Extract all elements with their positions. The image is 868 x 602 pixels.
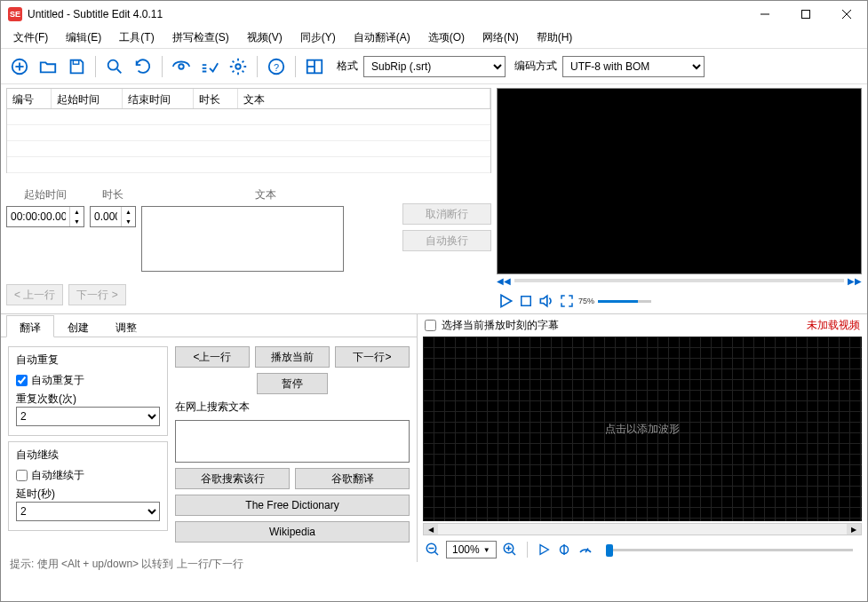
autocontinue-label: 自动继续于 [31, 468, 84, 483]
waveform-area[interactable]: 点击以添加波形 [423, 337, 862, 521]
start-time-input[interactable]: ▲▼ [6, 206, 84, 227]
tab-adjust[interactable]: 调整 [102, 315, 150, 337]
spin-up-icon[interactable]: ▲ [70, 207, 84, 217]
menu-edit[interactable]: 编辑(E) [57, 28, 110, 48]
spellcheck-button[interactable] [196, 53, 223, 80]
col-start[interactable]: 起始时间 [52, 89, 123, 108]
select-pos-label: 选择当前播放时刻的字幕 [442, 318, 559, 333]
zoom-select[interactable]: 100%▼ [446, 541, 497, 558]
free-dictionary-button[interactable]: The Free Dictionary [175, 495, 410, 516]
wave-speed-icon[interactable] [577, 542, 593, 558]
pause-button[interactable]: 暂停 [257, 373, 328, 394]
slider-thumb[interactable] [606, 544, 613, 557]
volume-slider[interactable] [598, 300, 651, 303]
waveform-placeholder-text: 点击以添加波形 [605, 422, 680, 437]
close-button[interactable] [826, 1, 867, 28]
search-label: 在网上搜索文本 [175, 400, 410, 415]
menu-tools[interactable]: 工具(T) [110, 28, 163, 48]
format-select[interactable]: SubRip (.srt) [363, 56, 506, 77]
menu-spellcheck[interactable]: 拼写检查(S) [163, 28, 238, 48]
table-row[interactable] [7, 157, 490, 173]
subtitle-table-body[interactable] [6, 109, 491, 173]
video-seek-bar[interactable]: ◀◀ ▶▶ [497, 274, 862, 287]
delay-select[interactable]: 2 [16, 502, 160, 521]
open-button[interactable] [35, 53, 61, 80]
menu-video[interactable]: 视频(V) [238, 28, 291, 48]
visual-sync-button[interactable] [168, 53, 195, 80]
col-number[interactable]: 编号 [7, 89, 52, 108]
google-search-button[interactable]: 谷歌搜索该行 [175, 468, 290, 489]
video-not-loaded-label: 未加载视频 [807, 318, 860, 333]
table-row[interactable] [7, 125, 490, 141]
table-row[interactable] [7, 109, 490, 125]
seek-fwd-icon[interactable]: ▶▶ [848, 276, 862, 286]
spin-down-icon[interactable]: ▼ [70, 217, 84, 226]
zoom-in-icon[interactable] [502, 542, 518, 558]
find-button[interactable] [101, 53, 128, 80]
encoding-label: 编码方式 [514, 59, 557, 74]
next-line-button-2[interactable]: 下一行> [335, 346, 410, 368]
start-time-field[interactable] [7, 207, 69, 226]
svg-rect-7 [73, 59, 78, 64]
tab-translate[interactable]: 翻译 [6, 315, 54, 337]
scroll-left-icon[interactable]: ◀ [424, 524, 438, 535]
menu-help[interactable]: 帮助(H) [528, 28, 582, 48]
spin-up-icon[interactable]: ▲ [122, 207, 135, 217]
settings-button[interactable] [225, 53, 251, 80]
prev-line-button[interactable]: < 上一行 [6, 284, 63, 305]
layout-button[interactable] [301, 53, 328, 80]
spin-down-icon[interactable]: ▼ [122, 217, 135, 226]
wave-play-icon[interactable] [537, 543, 551, 557]
window-title: Untitled - Subtitle Edit 4.0.11 [28, 8, 745, 20]
play-icon[interactable] [497, 292, 514, 310]
col-duration[interactable]: 时长 [194, 89, 238, 108]
wave-position-icon[interactable] [556, 542, 572, 558]
volume-icon[interactable] [538, 292, 555, 310]
prev-line-button-2[interactable]: <上一行 [175, 346, 250, 368]
google-translate-button[interactable]: 谷歌翻译 [295, 468, 410, 489]
autocontinue-checkbox[interactable] [16, 470, 28, 481]
seek-track[interactable] [514, 279, 844, 282]
select-pos-checkbox[interactable] [425, 320, 436, 331]
fullscreen-icon[interactable] [559, 293, 575, 309]
scroll-right-icon[interactable]: ▶ [847, 524, 861, 535]
help-button[interactable]: ? [263, 53, 290, 80]
svg-rect-1 [802, 11, 810, 19]
start-time-label: 起始时间 [6, 187, 84, 202]
save-button[interactable] [63, 53, 90, 80]
seek-back-icon[interactable]: ◀◀ [497, 276, 511, 286]
video-preview[interactable] [497, 88, 862, 274]
play-current-button[interactable]: 播放当前 [255, 346, 330, 368]
next-line-button[interactable]: 下一行 > [68, 284, 125, 305]
zoom-out-icon[interactable] [425, 542, 441, 558]
stop-icon[interactable] [518, 293, 534, 309]
duration-input[interactable]: ▲▼ [90, 206, 136, 227]
wikipedia-button[interactable]: Wikipedia [175, 521, 410, 543]
autobreak-button[interactable]: 自动换行 [402, 230, 491, 251]
menu-sync[interactable]: 同步(Y) [291, 28, 345, 48]
search-text-input[interactable] [175, 420, 410, 463]
wave-slider[interactable] [606, 549, 853, 551]
waveform-scrollbar[interactable]: ◀ ▶ [423, 523, 862, 535]
col-end[interactable]: 结束时间 [123, 89, 194, 108]
replace-button[interactable] [130, 53, 156, 80]
menu-network[interactable]: 网络(N) [474, 28, 528, 48]
unbreak-button[interactable]: 取消断行 [402, 203, 491, 225]
new-button[interactable] [6, 53, 33, 80]
duration-field[interactable] [91, 207, 121, 226]
tab-create[interactable]: 创建 [54, 315, 102, 337]
menubar: 文件(F) 编辑(E) 工具(T) 拼写检查(S) 视频(V) 同步(Y) 自动… [1, 28, 867, 49]
menu-file[interactable]: 文件(F) [4, 28, 57, 48]
encoding-select[interactable]: UTF-8 with BOM [562, 56, 705, 77]
col-text[interactable]: 文本 [238, 89, 490, 108]
duration-label: 时长 [90, 187, 136, 202]
menu-options[interactable]: 选项(O) [419, 28, 474, 48]
subtitle-text-input[interactable] [141, 206, 344, 272]
svg-line-9 [117, 68, 122, 73]
repeat-count-select[interactable]: 2 [16, 407, 160, 426]
table-row[interactable] [7, 141, 490, 157]
menu-autotranslate[interactable]: 自动翻译(A) [345, 28, 419, 48]
maximize-button[interactable] [785, 1, 826, 28]
autorepeat-checkbox[interactable] [16, 375, 28, 386]
minimize-button[interactable] [745, 1, 785, 28]
